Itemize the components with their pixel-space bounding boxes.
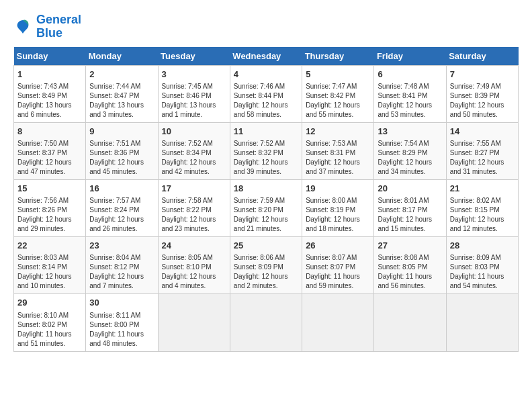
calendar-cell: 21Sunrise: 8:02 AMSunset: 8:15 PMDayligh…	[446, 179, 518, 236]
calendar-cell: 24Sunrise: 8:05 AMSunset: 8:10 PMDayligh…	[158, 237, 230, 294]
day-info: Sunrise: 7:57 AMSunset: 8:24 PMDaylight:…	[89, 196, 154, 234]
logo-bird-icon	[13, 17, 32, 36]
header-tuesday: Tuesday	[158, 47, 230, 66]
day-info: Sunrise: 8:11 AMSunset: 8:00 PMDaylight:…	[89, 311, 154, 349]
calendar-cell: 15Sunrise: 7:56 AMSunset: 8:26 PMDayligh…	[14, 179, 86, 236]
day-info: Sunrise: 8:03 AMSunset: 8:14 PMDaylight:…	[17, 253, 82, 291]
day-number: 6	[378, 68, 442, 81]
day-info: Sunrise: 7:43 AMSunset: 8:49 PMDaylight:…	[17, 82, 82, 120]
day-number: 19	[306, 183, 370, 195]
day-number: 7	[450, 68, 515, 81]
calendar-cell: 14Sunrise: 7:55 AMSunset: 8:27 PMDayligh…	[446, 122, 518, 179]
day-number: 4	[234, 68, 298, 81]
day-number: 2	[89, 68, 154, 81]
calendar-cell	[230, 294, 302, 351]
calendar-cell: 4Sunrise: 7:46 AMSunset: 8:44 PMDaylight…	[230, 65, 302, 122]
day-info: Sunrise: 7:50 AMSunset: 8:37 PMDaylight:…	[17, 139, 82, 177]
calendar-cell: 22Sunrise: 8:03 AMSunset: 8:14 PMDayligh…	[14, 237, 86, 294]
calendar-cell: 23Sunrise: 8:04 AMSunset: 8:12 PMDayligh…	[86, 237, 158, 294]
day-number: 8	[17, 126, 82, 138]
calendar-header-row: SundayMondayTuesdayWednesdayThursdayFrid…	[14, 47, 519, 66]
day-info: Sunrise: 7:53 AMSunset: 8:31 PMDaylight:…	[306, 139, 370, 177]
day-number: 25	[234, 240, 298, 252]
calendar-cell: 29Sunrise: 8:10 AMSunset: 8:02 PMDayligh…	[14, 294, 86, 351]
day-info: Sunrise: 7:46 AMSunset: 8:44 PMDaylight:…	[234, 82, 298, 120]
day-number: 9	[89, 126, 154, 138]
calendar-cell: 3Sunrise: 7:45 AMSunset: 8:46 PMDaylight…	[158, 65, 230, 122]
day-info: Sunrise: 8:04 AMSunset: 8:12 PMDaylight:…	[89, 253, 154, 291]
day-info: Sunrise: 7:54 AMSunset: 8:29 PMDaylight:…	[378, 139, 442, 177]
calendar-cell: 9Sunrise: 7:51 AMSunset: 8:36 PMDaylight…	[86, 122, 158, 179]
day-info: Sunrise: 7:56 AMSunset: 8:26 PMDaylight:…	[17, 196, 82, 234]
header-monday: Monday	[86, 47, 158, 66]
day-number: 17	[162, 183, 226, 195]
calendar-cell: 20Sunrise: 8:01 AMSunset: 8:17 PMDayligh…	[374, 179, 446, 236]
day-info: Sunrise: 8:07 AMSunset: 8:07 PMDaylight:…	[306, 253, 370, 291]
calendar-cell: 6Sunrise: 7:48 AMSunset: 8:41 PMDaylight…	[374, 65, 446, 122]
calendar-cell: 11Sunrise: 7:52 AMSunset: 8:32 PMDayligh…	[230, 122, 302, 179]
day-number: 14	[450, 126, 515, 138]
day-number: 30	[89, 297, 154, 309]
day-info: Sunrise: 7:59 AMSunset: 8:20 PMDaylight:…	[234, 196, 298, 234]
calendar-week-row: 8Sunrise: 7:50 AMSunset: 8:37 PMDaylight…	[14, 122, 519, 179]
day-info: Sunrise: 7:55 AMSunset: 8:27 PMDaylight:…	[450, 139, 515, 177]
day-number: 16	[89, 183, 154, 195]
day-number: 1	[17, 68, 82, 81]
day-number: 5	[306, 68, 370, 81]
day-info: Sunrise: 7:52 AMSunset: 8:32 PMDaylight:…	[234, 139, 298, 177]
day-info: Sunrise: 8:00 AMSunset: 8:19 PMDaylight:…	[306, 196, 370, 234]
day-number: 23	[89, 240, 154, 252]
calendar-table: SundayMondayTuesdayWednesdayThursdayFrid…	[13, 47, 519, 352]
day-info: Sunrise: 7:45 AMSunset: 8:46 PMDaylight:…	[162, 82, 226, 120]
day-info: Sunrise: 7:47 AMSunset: 8:42 PMDaylight:…	[306, 82, 370, 120]
logo: General Blue	[13, 13, 81, 40]
header-wednesday: Wednesday	[230, 47, 302, 66]
day-info: Sunrise: 8:08 AMSunset: 8:05 PMDaylight:…	[378, 253, 442, 291]
day-number: 26	[306, 240, 370, 252]
calendar-cell: 10Sunrise: 7:52 AMSunset: 8:34 PMDayligh…	[158, 122, 230, 179]
calendar-cell: 7Sunrise: 7:49 AMSunset: 8:39 PMDaylight…	[446, 65, 518, 122]
day-number: 24	[162, 240, 226, 252]
day-info: Sunrise: 7:52 AMSunset: 8:34 PMDaylight:…	[162, 139, 226, 177]
header-saturday: Saturday	[446, 47, 518, 66]
day-info: Sunrise: 7:44 AMSunset: 8:47 PMDaylight:…	[89, 82, 154, 120]
day-number: 29	[17, 297, 82, 309]
day-number: 22	[17, 240, 82, 252]
day-number: 11	[234, 126, 298, 138]
calendar-cell: 12Sunrise: 7:53 AMSunset: 8:31 PMDayligh…	[302, 122, 374, 179]
calendar-week-row: 1Sunrise: 7:43 AMSunset: 8:49 PMDaylight…	[14, 65, 519, 122]
calendar-cell: 13Sunrise: 7:54 AMSunset: 8:29 PMDayligh…	[374, 122, 446, 179]
day-info: Sunrise: 8:01 AMSunset: 8:17 PMDaylight:…	[378, 196, 442, 234]
calendar-cell	[158, 294, 230, 351]
calendar-cell: 8Sunrise: 7:50 AMSunset: 8:37 PMDaylight…	[14, 122, 86, 179]
calendar-week-row: 15Sunrise: 7:56 AMSunset: 8:26 PMDayligh…	[14, 179, 519, 236]
calendar-cell: 28Sunrise: 8:09 AMSunset: 8:03 PMDayligh…	[446, 237, 518, 294]
header-friday: Friday	[374, 47, 446, 66]
day-number: 13	[378, 126, 442, 138]
calendar-cell	[302, 294, 374, 351]
calendar-cell: 26Sunrise: 8:07 AMSunset: 8:07 PMDayligh…	[302, 237, 374, 294]
calendar-cell: 25Sunrise: 8:06 AMSunset: 8:09 PMDayligh…	[230, 237, 302, 294]
day-number: 20	[378, 183, 442, 195]
calendar-cell: 18Sunrise: 7:59 AMSunset: 8:20 PMDayligh…	[230, 179, 302, 236]
calendar-cell: 2Sunrise: 7:44 AMSunset: 8:47 PMDaylight…	[86, 65, 158, 122]
day-number: 10	[162, 126, 226, 138]
header-thursday: Thursday	[302, 47, 374, 66]
calendar-cell: 1Sunrise: 7:43 AMSunset: 8:49 PMDaylight…	[14, 65, 86, 122]
day-number: 12	[306, 126, 370, 138]
day-number: 15	[17, 183, 82, 195]
page-header: General Blue	[13, 13, 519, 40]
day-info: Sunrise: 8:10 AMSunset: 8:02 PMDaylight:…	[17, 311, 82, 349]
day-number: 21	[450, 183, 515, 195]
calendar-week-row: 22Sunrise: 8:03 AMSunset: 8:14 PMDayligh…	[14, 237, 519, 294]
day-number: 18	[234, 183, 298, 195]
calendar-cell	[374, 294, 446, 351]
calendar-week-row: 29Sunrise: 8:10 AMSunset: 8:02 PMDayligh…	[14, 294, 519, 351]
logo-text: General Blue	[36, 13, 81, 40]
calendar-cell: 16Sunrise: 7:57 AMSunset: 8:24 PMDayligh…	[86, 179, 158, 236]
calendar-cell	[446, 294, 518, 351]
calendar-cell: 30Sunrise: 8:11 AMSunset: 8:00 PMDayligh…	[86, 294, 158, 351]
day-info: Sunrise: 8:02 AMSunset: 8:15 PMDaylight:…	[450, 196, 515, 234]
day-info: Sunrise: 8:06 AMSunset: 8:09 PMDaylight:…	[234, 253, 298, 291]
calendar-cell: 5Sunrise: 7:47 AMSunset: 8:42 PMDaylight…	[302, 65, 374, 122]
